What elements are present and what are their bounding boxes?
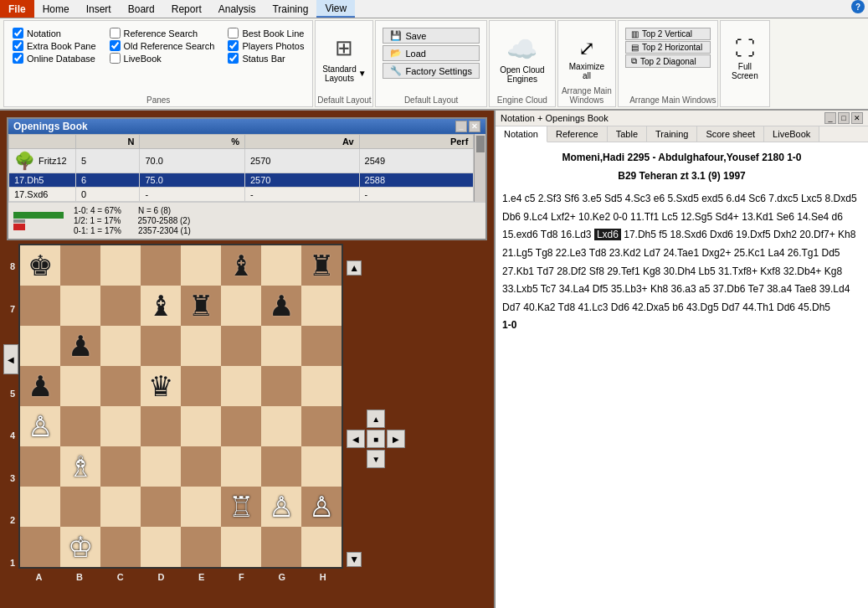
menu-training[interactable]: Training: [264, 0, 316, 18]
square-E5[interactable]: [181, 366, 221, 406]
scrollbar-thumb[interactable]: [476, 136, 485, 152]
left-panel-arrow[interactable]: ◀: [3, 344, 18, 374]
square-D4[interactable]: [141, 406, 181, 446]
scroll-down-btn[interactable]: ▼: [347, 552, 362, 567]
players-photos-check[interactable]: Players Photos: [228, 40, 304, 51]
top2-diagonal-btn[interactable]: ⧉ Top 2 Diagonal: [625, 54, 711, 68]
square-D1[interactable]: [141, 527, 181, 567]
square-H5[interactable]: [301, 366, 342, 406]
tab-score-sheet[interactable]: Score sheet: [697, 126, 764, 142]
square-C1[interactable]: [100, 527, 141, 567]
best-book-check[interactable]: Best Book Line: [228, 28, 304, 39]
square-D3[interactable]: [141, 446, 181, 487]
square-C2[interactable]: [100, 487, 141, 527]
square-B5[interactable]: [60, 366, 100, 406]
ref-search-checkbox[interactable]: [110, 28, 121, 39]
square-F8[interactable]: ♝: [221, 245, 261, 286]
nav-center-btn[interactable]: ■: [367, 430, 385, 448]
notation-check[interactable]: Notation: [13, 28, 96, 39]
square-H7[interactable]: [301, 286, 342, 326]
square-G1[interactable]: [261, 527, 301, 567]
nav-down-btn[interactable]: ▼: [367, 450, 385, 468]
tab-livebook[interactable]: LiveBook: [764, 126, 819, 142]
top2-vertical-btn[interactable]: ▥ Top 2 Vertical: [625, 28, 711, 40]
openings-close-btn[interactable]: ✕: [469, 121, 480, 132]
menu-board[interactable]: Board: [120, 0, 163, 18]
square-A8[interactable]: ♚: [20, 245, 60, 286]
menu-analysis[interactable]: Analysis: [210, 0, 265, 18]
square-E4[interactable]: [181, 406, 221, 446]
openings-minimize-btn[interactable]: _: [455, 121, 467, 132]
menu-view[interactable]: View: [316, 0, 355, 18]
square-B3[interactable]: ♗: [60, 446, 100, 487]
openings-scrollbar[interactable]: [474, 134, 485, 202]
square-G5[interactable]: [261, 366, 301, 406]
square-A2[interactable]: [20, 487, 60, 527]
square-D8[interactable]: [141, 245, 181, 286]
tab-reference[interactable]: Reference: [547, 126, 608, 142]
square-F5[interactable]: [221, 366, 261, 406]
square-A1[interactable]: [20, 527, 60, 567]
online-db-check[interactable]: Online Database: [13, 53, 96, 64]
notation-scroll-area[interactable]: Momeni,Hadi 2295 - Abdulghafour,Yousef 2…: [496, 142, 868, 608]
notation-restore-btn[interactable]: □: [838, 112, 850, 124]
square-F3[interactable]: [221, 446, 261, 487]
square-G8[interactable]: [261, 245, 301, 286]
square-B4[interactable]: [60, 406, 100, 446]
menu-file[interactable]: File: [0, 0, 34, 18]
ref-search-check[interactable]: Reference Search: [110, 28, 215, 39]
square-B8[interactable]: [60, 245, 100, 286]
square-F7[interactable]: [221, 286, 261, 326]
square-E8[interactable]: [181, 245, 221, 286]
open-cloud-btn[interactable]: ☁️ Open CloudEngines: [500, 24, 544, 93]
tab-training[interactable]: Training: [647, 126, 697, 142]
square-B6[interactable]: ♟: [60, 326, 100, 366]
load-button[interactable]: 📂 Load: [383, 45, 479, 61]
square-G3[interactable]: [261, 446, 301, 487]
square-E2[interactable]: [181, 487, 221, 527]
livebook-checkbox[interactable]: [110, 53, 121, 64]
menu-home[interactable]: Home: [34, 0, 78, 18]
square-C4[interactable]: [100, 406, 141, 446]
square-F1[interactable]: [221, 527, 261, 567]
square-B7[interactable]: [60, 286, 100, 326]
square-H3[interactable]: [301, 446, 342, 487]
best-book-checkbox[interactable]: [228, 28, 239, 39]
nav-left-btn[interactable]: ◀: [347, 430, 365, 448]
nav-up-btn[interactable]: ▲: [367, 410, 385, 428]
square-D7[interactable]: ♝: [141, 286, 181, 326]
notation-close-btn[interactable]: ✕: [851, 112, 863, 124]
extra-book-checkbox[interactable]: [13, 40, 23, 51]
nav-right-btn[interactable]: ▶: [387, 430, 405, 448]
square-F2[interactable]: ♖: [221, 487, 261, 527]
fullscreen-btn[interactable]: ⛶ FullScreen: [732, 24, 758, 93]
square-D6[interactable]: [141, 326, 181, 366]
square-H8[interactable]: ♜: [301, 245, 342, 286]
square-F6[interactable]: [221, 326, 261, 366]
livebook-check[interactable]: LiveBook: [110, 53, 215, 64]
square-G4[interactable]: [261, 406, 301, 446]
top2-horizontal-btn[interactable]: ▤ Top 2 Horizontal: [625, 41, 711, 54]
menu-insert[interactable]: Insert: [78, 0, 120, 18]
square-G2[interactable]: ♙: [261, 487, 301, 527]
square-E6[interactable]: [181, 326, 221, 366]
status-bar-check[interactable]: Status Bar: [228, 53, 304, 64]
square-A5[interactable]: ♟: [20, 366, 60, 406]
square-A3[interactable]: [20, 446, 60, 487]
move-row-0[interactable]: 17.Dh5 6 75.0 2570 2588: [9, 173, 474, 188]
square-A4[interactable]: ♙: [20, 406, 60, 446]
standard-layouts-btn[interactable]: StandardLayouts ▼: [322, 64, 367, 83]
move-row-1[interactable]: 17.Sxd6 0 - - -: [9, 188, 474, 202]
status-bar-checkbox[interactable]: [228, 53, 239, 64]
square-A7[interactable]: [20, 286, 60, 326]
square-E1[interactable]: [181, 527, 221, 567]
square-B2[interactable]: [60, 487, 100, 527]
scroll-up-btn[interactable]: ▲: [347, 260, 362, 276]
square-C5[interactable]: [100, 366, 141, 406]
square-C8[interactable]: [100, 245, 141, 286]
tab-table[interactable]: Table: [608, 126, 647, 142]
old-ref-search-check[interactable]: Old Reference Search: [110, 40, 215, 51]
side-arrow-left[interactable]: ◀: [3, 344, 18, 374]
tab-notation[interactable]: Notation: [496, 126, 547, 142]
notation-checkbox[interactable]: [13, 28, 23, 39]
